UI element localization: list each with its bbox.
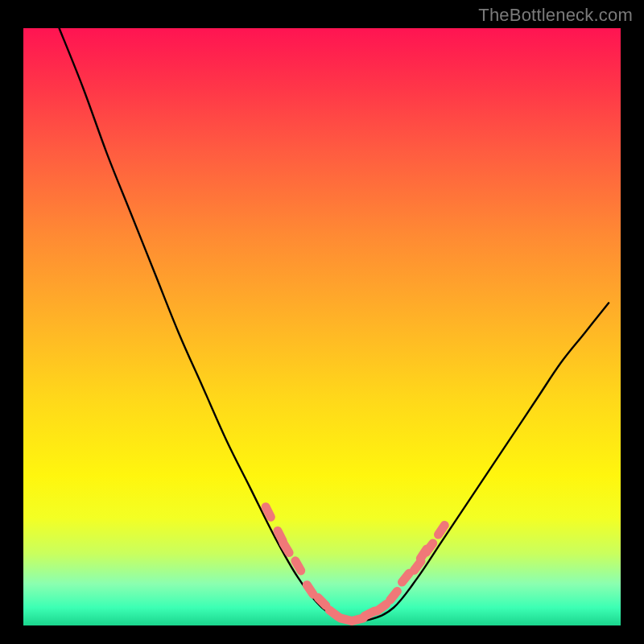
highlight-marker [266,507,270,518]
highlight-marker [307,585,313,595]
chart-plot-area [23,28,621,625]
bottleneck-chart-svg [23,28,621,625]
highlight-marker [390,591,398,600]
bottleneck-curve [60,28,609,621]
highlight-marker [439,525,445,535]
curve-group [60,28,609,621]
watermark-text: TheBottleneck.com [478,5,633,26]
highlight-marker [318,597,326,605]
marker-group [266,507,444,621]
highlight-marker [402,573,410,582]
highlight-marker [283,543,289,553]
highlight-marker [295,561,301,571]
highlight-marker [426,543,432,552]
highlight-marker [378,605,386,611]
